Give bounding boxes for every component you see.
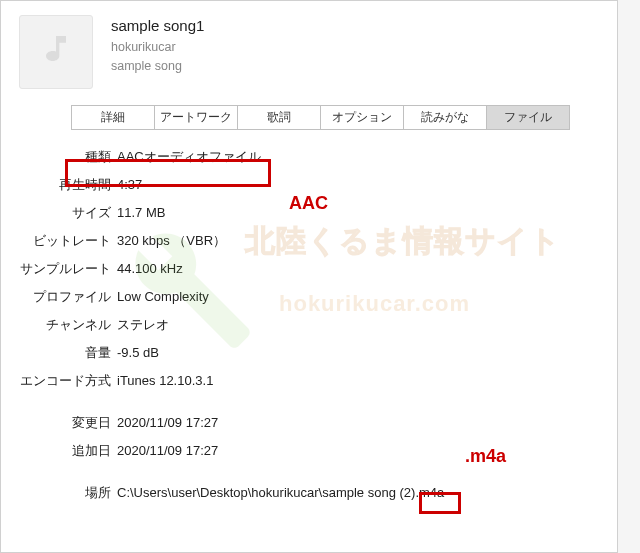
row-kind: 種類 AACオーディオファイル [11, 148, 617, 166]
value-duration: 4:37 [117, 177, 142, 192]
music-note-icon [36, 31, 76, 74]
track-meta: sample song1 hokurikucar sample song [111, 15, 204, 89]
row-modified: 変更日 2020/11/09 17:27 [11, 414, 617, 432]
tab-bar: 詳細 アートワーク 歌詞 オプション 読みがな ファイル [71, 105, 617, 130]
value-added: 2020/11/09 17:27 [117, 443, 218, 458]
label-duration: 再生時間 [11, 176, 117, 194]
label-kind: 種類 [11, 148, 117, 166]
tab-lyrics[interactable]: 歌詞 [237, 105, 321, 130]
file-info-fields: 種類 AACオーディオファイル 再生時間 4:37 サイズ 11.7 MB ビッ… [1, 148, 617, 502]
label-added: 追加日 [11, 442, 117, 460]
album-artwork-placeholder [19, 15, 93, 89]
value-bitrate: 320 kbps （VBR） [117, 232, 226, 250]
row-samplerate: サンプルレート 44.100 kHz [11, 260, 617, 278]
label-location: 場所 [11, 484, 117, 502]
label-samplerate: サンプルレート [11, 260, 117, 278]
value-kind: AACオーディオファイル [117, 148, 261, 166]
label-channels: チャンネル [11, 316, 117, 334]
value-size: 11.7 MB [117, 205, 165, 220]
label-volume: 音量 [11, 344, 117, 362]
track-album: sample song [111, 57, 204, 76]
label-modified: 変更日 [11, 414, 117, 432]
row-profile: プロファイル Low Complexity [11, 288, 617, 306]
value-encoder: iTunes 12.10.3.1 [117, 373, 213, 388]
row-size: サイズ 11.7 MB [11, 204, 617, 222]
track-title: sample song1 [111, 17, 204, 34]
value-modified: 2020/11/09 17:27 [117, 415, 218, 430]
row-bitrate: ビットレート 320 kbps （VBR） [11, 232, 617, 250]
row-volume: 音量 -9.5 dB [11, 344, 617, 362]
label-size: サイズ [11, 204, 117, 222]
row-channels: チャンネル ステレオ [11, 316, 617, 334]
value-channels: ステレオ [117, 316, 169, 334]
label-profile: プロファイル [11, 288, 117, 306]
row-duration: 再生時間 4:37 [11, 176, 617, 194]
label-bitrate: ビットレート [11, 232, 117, 250]
value-profile: Low Complexity [117, 289, 209, 304]
row-encoder: エンコード方式 iTunes 12.10.3.1 [11, 372, 617, 390]
row-location: 場所 C:\Users\user\Desktop\hokurikucar\sam… [11, 484, 617, 502]
tab-options[interactable]: オプション [320, 105, 404, 130]
info-panel: sample song1 hokurikucar sample song 詳細 … [0, 0, 618, 553]
track-artist: hokurikucar [111, 38, 204, 57]
value-samplerate: 44.100 kHz [117, 261, 183, 276]
header: sample song1 hokurikucar sample song [1, 1, 617, 99]
row-added: 追加日 2020/11/09 17:27 [11, 442, 617, 460]
value-location: C:\Users\user\Desktop\hokurikucar\sample… [117, 485, 444, 500]
tab-details[interactable]: 詳細 [71, 105, 155, 130]
tab-artwork[interactable]: アートワーク [154, 105, 238, 130]
label-encoder: エンコード方式 [11, 372, 117, 390]
tab-file[interactable]: ファイル [486, 105, 570, 130]
tab-sorting[interactable]: 読みがな [403, 105, 487, 130]
value-volume: -9.5 dB [117, 345, 159, 360]
